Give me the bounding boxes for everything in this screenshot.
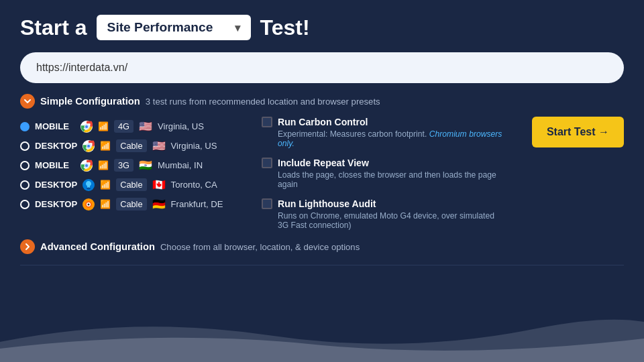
simple-config-toggle[interactable] [20, 94, 35, 109]
start-button-col: Start Test → [503, 117, 624, 230]
signal-icon-1: 📶 [98, 121, 109, 131]
repeat-view-checkbox[interactable] [262, 158, 272, 168]
test-rows-list: MOBILE 📶 4G 🇺🇸 Virginia, US [20, 117, 248, 230]
flag-icon-4: 🇨🇦 [152, 178, 166, 191]
carbon-control-option: Run Carbon Control Experimental: Measure… [262, 117, 503, 148]
device-label-1: MOBILE [35, 121, 75, 131]
table-row[interactable]: DESKTOP 📶 Cable 🇩🇪 Frankfurt, DE [20, 194, 248, 214]
signal-icon-3: 📶 [98, 160, 109, 170]
url-input[interactable] [36, 62, 608, 74]
start-test-button[interactable]: Start Test → [532, 117, 624, 147]
start-text: Start a [20, 15, 87, 40]
chromium-note: Chromium browsers only. [278, 129, 502, 148]
url-input-container [20, 52, 624, 83]
device-label-5: DESKTOP [35, 199, 77, 209]
chevron-down-icon: ▾ [235, 21, 240, 34]
table-row[interactable]: MOBILE 📶 4G 🇺🇸 Virginia, US [20, 117, 248, 136]
location-label-2: Virginia, US [171, 141, 217, 151]
connection-label-5: Cable [116, 198, 146, 210]
advanced-config-title: Advanced Configuration [40, 241, 155, 252]
table-row[interactable]: MOBILE 📶 3G 🇮🇳 Mumbai, IN [20, 156, 248, 175]
carbon-control-label: Run Carbon Control [278, 117, 368, 127]
radio-dot-5 [20, 200, 30, 209]
flag-icon-1: 🇺🇸 [139, 120, 152, 133]
table-row[interactable]: DESKTOP 📶 Cable 🇨🇦 Toronto, CA [20, 175, 248, 194]
dropdown-value: Site Performance [107, 20, 213, 35]
svg-point-11 [85, 164, 88, 166]
connection-label-1: 4G [114, 120, 133, 133]
repeat-view-option: Include Repeat View Loads the page, clos… [262, 158, 503, 189]
radio-dot-1 [20, 122, 30, 131]
repeat-view-desc: Loads the page, closes the browser and t… [262, 170, 503, 189]
section-divider [20, 265, 624, 265]
radio-dot-2 [20, 141, 30, 151]
advanced-config-toggle[interactable] [20, 239, 35, 254]
lighthouse-desc: Runs on Chrome, emulated Moto G4 device,… [262, 211, 503, 230]
carbon-control-checkbox[interactable] [262, 117, 272, 127]
options-column: Run Carbon Control Experimental: Measure… [248, 117, 503, 230]
location-label-4: Toronto, CA [171, 180, 217, 190]
location-label-5: Frankfurt, DE [171, 199, 223, 209]
simple-config-title: Simple Configuration [40, 96, 140, 107]
advanced-config-section: Advanced Configuration Choose from all b… [20, 239, 624, 254]
carbon-control-desc: Experimental: Measures carbon footprint.… [262, 129, 503, 148]
lighthouse-checkbox[interactable] [262, 198, 272, 209]
device-label-3: MOBILE [35, 160, 75, 170]
connection-label-3: 3G [114, 159, 133, 172]
flag-icon-3: 🇮🇳 [139, 159, 152, 172]
device-label-2: DESKTOP [35, 141, 77, 151]
flag-icon-5: 🇩🇪 [152, 198, 166, 210]
firefox-icon [83, 198, 95, 210]
signal-icon-4: 📶 [100, 180, 111, 190]
svg-point-17 [88, 203, 90, 205]
connection-label-2: Cable [116, 139, 146, 152]
svg-point-3 [85, 125, 88, 127]
simple-config-desc: 3 test runs from recommended location an… [146, 97, 380, 107]
edge-icon [83, 179, 95, 191]
svg-point-13 [87, 187, 91, 189]
location-label-3: Mumbai, IN [158, 160, 203, 170]
signal-icon-2: 📶 [100, 141, 111, 151]
lighthouse-option: Run Lighthouse Audit Runs on Chrome, emu… [262, 198, 503, 230]
test-type-dropdown[interactable]: Site Performance ▾ [97, 15, 251, 40]
radio-dot-4 [20, 180, 30, 190]
wave-decoration [0, 308, 644, 362]
lighthouse-label: Run Lighthouse Audit [278, 198, 376, 209]
chrome-icon [80, 121, 93, 133]
signal-icon-5: 📶 [100, 199, 111, 209]
repeat-view-label: Include Repeat View [278, 158, 369, 168]
chrome-icon [83, 140, 95, 152]
svg-point-7 [87, 144, 90, 147]
chrome-icon [80, 160, 93, 172]
test-text: Test! [260, 15, 310, 40]
flag-icon-2: 🇺🇸 [152, 139, 166, 152]
device-label-4: DESKTOP [35, 180, 77, 190]
radio-dot-3 [20, 161, 30, 170]
connection-label-4: Cable [116, 178, 146, 191]
location-label-1: Virginia, US [158, 121, 204, 131]
advanced-config-desc: Choose from all browser, location, & dev… [160, 242, 360, 252]
table-row[interactable]: DESKTOP 📶 Cable 🇺🇸 Virginia, US [20, 136, 248, 156]
simple-config-section: Simple Configuration 3 test runs from re… [20, 94, 624, 109]
